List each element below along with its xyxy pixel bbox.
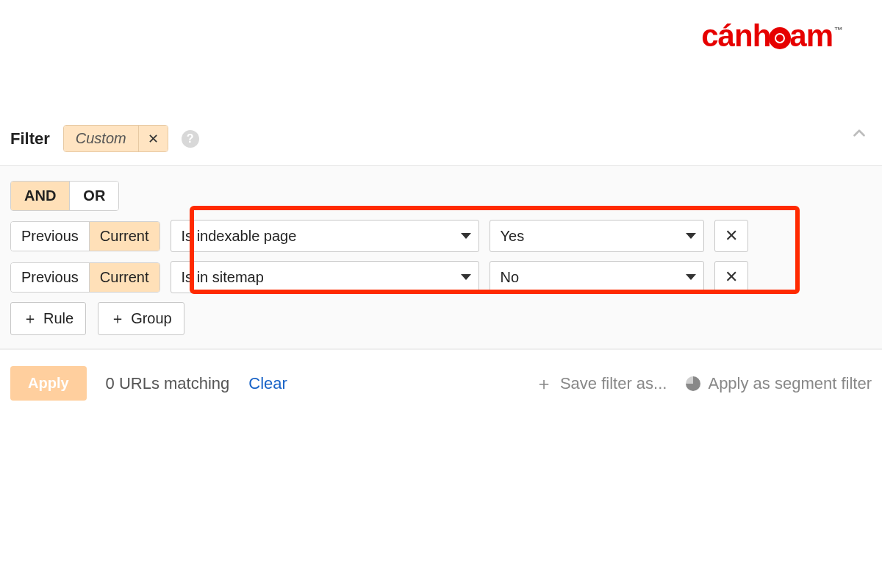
- pie-chart-icon: [686, 376, 700, 391]
- brand-logo: cánh am ™: [701, 21, 842, 51]
- plus-icon: ＋: [23, 309, 37, 329]
- collapse-toggle[interactable]: [850, 123, 869, 146]
- rule-field-value: Is indexable page: [182, 228, 297, 245]
- logic-or[interactable]: OR: [69, 182, 118, 210]
- version-previous[interactable]: Previous: [11, 222, 89, 251]
- matching-count: 0 URLs matching: [106, 374, 230, 393]
- version-toggle: Previous Current: [10, 221, 160, 251]
- brand-word-b: am: [789, 21, 833, 51]
- add-rule-label: Rule: [43, 310, 74, 327]
- plus-icon: ＋: [110, 309, 125, 329]
- help-icon[interactable]: ?: [182, 130, 199, 148]
- filter-chip: Custom ✕: [63, 125, 168, 152]
- filter-panel-header: Filter Custom ✕ ?: [0, 118, 882, 166]
- clear-link[interactable]: Clear: [248, 374, 287, 393]
- logic-and[interactable]: AND: [11, 182, 69, 210]
- version-current[interactable]: Current: [89, 263, 159, 292]
- rule-value-select[interactable]: No: [490, 261, 704, 293]
- close-icon: ✕: [725, 268, 738, 287]
- save-filter-as-button[interactable]: ＋ Save filter as...: [535, 372, 667, 395]
- apply-as-segment-button[interactable]: Apply as segment filter: [686, 374, 872, 393]
- chevron-down-icon: [461, 274, 471, 280]
- rule-field-value: Is in sitemap: [182, 269, 264, 286]
- filter-chip-label: Custom: [64, 126, 138, 151]
- close-icon: ✕: [725, 226, 738, 245]
- rule-row: Previous Current Is indexable page Yes ✕: [10, 220, 872, 252]
- version-current[interactable]: Current: [89, 222, 159, 251]
- plus-icon: ＋: [535, 372, 553, 395]
- apply-as-segment-label: Apply as segment filter: [708, 374, 872, 393]
- filter-label: Filter: [10, 129, 50, 148]
- chevron-down-icon: [686, 274, 696, 280]
- add-rule-button[interactable]: ＋ Rule: [10, 302, 86, 335]
- filter-panel: Filter Custom ✕ ? AND OR Previous Curren…: [0, 118, 882, 418]
- rule-delete-button[interactable]: ✕: [714, 220, 748, 252]
- brand-trademark: ™: [834, 25, 842, 35]
- filter-footer: Apply 0 URLs matching Clear ＋ Save filte…: [0, 349, 882, 418]
- brand-word-a: cánh: [701, 21, 770, 51]
- close-icon: ✕: [148, 131, 159, 147]
- rule-delete-button[interactable]: ✕: [714, 261, 748, 293]
- rule-value-text: No: [501, 269, 520, 286]
- rule-row: Previous Current Is in sitemap No ✕: [10, 261, 872, 293]
- version-previous[interactable]: Previous: [11, 263, 89, 292]
- logic-toggle: AND OR: [10, 181, 119, 211]
- version-toggle: Previous Current: [10, 262, 160, 293]
- brand-o-icon: [769, 27, 791, 49]
- filter-rules-area: AND OR Previous Current Is indexable pag…: [0, 166, 882, 349]
- add-group-button[interactable]: ＋ Group: [98, 302, 184, 335]
- apply-button[interactable]: Apply: [10, 366, 87, 401]
- save-filter-as-label: Save filter as...: [560, 374, 667, 393]
- chevron-down-icon: [686, 233, 696, 239]
- rule-value-text: Yes: [501, 228, 525, 245]
- rule-field-select[interactable]: Is in sitemap: [171, 261, 479, 293]
- add-buttons-row: ＋ Rule ＋ Group: [10, 302, 872, 335]
- rule-field-select[interactable]: Is indexable page: [171, 220, 479, 252]
- chevron-down-icon: [461, 233, 471, 239]
- chevron-up-icon: [850, 123, 869, 143]
- add-group-label: Group: [131, 310, 172, 327]
- rule-value-select[interactable]: Yes: [490, 220, 704, 252]
- filter-chip-remove[interactable]: ✕: [138, 126, 168, 151]
